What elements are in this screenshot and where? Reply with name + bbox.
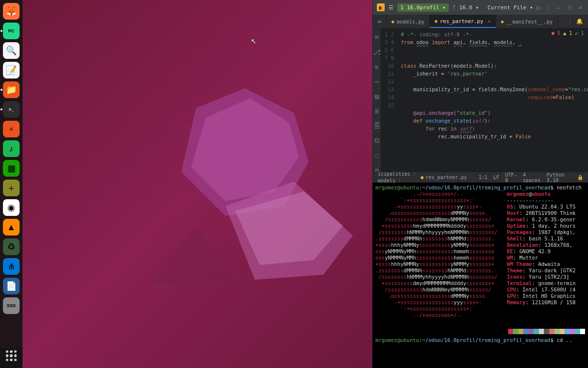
dock-vlc[interactable]: ▲ bbox=[3, 219, 20, 236]
maximize-button[interactable]: ▢ bbox=[566, 4, 573, 11]
project-selector[interactable]: 1 16.0profil ▾ bbox=[397, 3, 449, 12]
editor-tab[interactable]: ●res_partner.py× bbox=[430, 15, 496, 28]
run-button[interactable]: ▷ bbox=[537, 3, 541, 11]
indent-setting[interactable]: 4 spaces bbox=[523, 172, 541, 183]
ubuntu-dock: 🦊PC🔍📝📁>_A♪▦＋◉▲♻⋔📄SSD bbox=[0, 0, 23, 368]
dock-pycharm[interactable]: PC bbox=[3, 23, 20, 39]
pycharm-logo-icon: ◧ bbox=[377, 3, 385, 11]
close-button[interactable]: ✕ bbox=[577, 4, 584, 11]
caret-position[interactable]: 1:1 bbox=[479, 175, 488, 180]
dock-files[interactable]: 📁 bbox=[3, 81, 20, 98]
editor-tab[interactable]: ●models.py bbox=[387, 15, 430, 28]
app-grid-button[interactable] bbox=[3, 347, 20, 364]
project-tool-button[interactable]: ▭ bbox=[373, 15, 387, 28]
dock-software[interactable]: A bbox=[3, 121, 20, 137]
left-tool-strip: ⌘ ⎇ ⇅ ⋯ ▤ ≣ 🗄 ⧉ ◌ ⊘ bbox=[373, 28, 381, 172]
python-console-icon[interactable]: ◌ bbox=[375, 152, 379, 159]
pycharm-titlebar: ◧ ☰ 1 16.0profil ▾ ᚴ 16.0 ▾ Current File… bbox=[373, 0, 588, 15]
commit-tool-icon[interactable]: ⎇ bbox=[373, 48, 381, 56]
dock-terminal[interactable]: >_ bbox=[3, 101, 20, 118]
tab-label: __manifest__.py bbox=[506, 19, 553, 25]
color-palette bbox=[503, 329, 585, 334]
dock-vscode[interactable]: ⋔ bbox=[3, 258, 20, 275]
dock-spotify[interactable]: ♪ bbox=[3, 140, 20, 157]
dock-trash[interactable]: ♻ bbox=[3, 238, 20, 255]
dock-firefox[interactable]: 🦊 bbox=[3, 3, 20, 20]
bookmarks-icon[interactable]: ▤ bbox=[375, 92, 379, 100]
tab-label: res_partner.py bbox=[440, 18, 484, 24]
services-icon[interactable]: ≣ bbox=[375, 107, 379, 115]
run-config-selector[interactable]: Current File ▾ bbox=[488, 4, 533, 11]
gnome-terminal-window[interactable]: mrgomez@ubuntu:~/odoo/16.0profil/treming… bbox=[372, 183, 588, 368]
python-file-icon: ● bbox=[435, 19, 437, 24]
main-menu-button[interactable]: ☰ bbox=[389, 4, 393, 11]
more-tools-icon[interactable]: ⋯ bbox=[375, 78, 379, 85]
inspection-widget[interactable]: ● 5 ▲ 1 ✔ 1 ˇ bbox=[551, 30, 588, 36]
pull-requests-icon[interactable]: ⇅ bbox=[375, 63, 379, 71]
editor-tab[interactable]: ●__manifest__.py bbox=[496, 15, 558, 28]
dock-writer[interactable]: 📄 bbox=[3, 278, 20, 294]
dock-text-editor[interactable]: 📝 bbox=[3, 62, 20, 79]
debug-button[interactable]: ⁝ bbox=[545, 4, 551, 11]
interpreter[interactable]: Python 3.10 bbox=[547, 172, 571, 183]
code-editor[interactable]: ● 5 ▲ 1 ✔ 1 ˇ 1 2 3 4 5 6 7 8 10 11 12 1… bbox=[381, 28, 588, 172]
minimize-button[interactable]: ― bbox=[555, 4, 562, 11]
python-file-icon: ● bbox=[392, 19, 394, 24]
editor-gutter: 1 2 3 4 5 6 7 8 10 11 12 13 14 15 bbox=[381, 28, 397, 172]
readonly-lock-icon[interactable]: 🔒 bbox=[577, 175, 583, 180]
structure-tool-icon[interactable]: ⌘ bbox=[375, 33, 379, 41]
svg-marker-4 bbox=[147, 226, 235, 285]
dock-magnifier[interactable]: 🔍 bbox=[3, 42, 20, 59]
tab-actions-button[interactable]: ⁝ bbox=[569, 18, 571, 25]
dock-add[interactable]: ＋ bbox=[3, 180, 20, 196]
mouse-cursor: ↖ bbox=[251, 37, 257, 45]
pycharm-window: ◧ ☰ 1 16.0profil ▾ ᚴ 16.0 ▾ Current File… bbox=[372, 0, 588, 183]
dock-calc[interactable]: ▦ bbox=[3, 160, 20, 177]
close-tab-icon[interactable]: × bbox=[488, 18, 490, 24]
line-separator[interactable]: LF bbox=[493, 175, 499, 180]
wallpaper-jellyfish bbox=[147, 79, 353, 285]
python-file-icon: ● bbox=[501, 19, 504, 24]
dock-ssd[interactable]: SSD bbox=[3, 297, 20, 314]
notifications-button[interactable]: 🔔 bbox=[576, 18, 583, 25]
pycharm-statusbar: icipalities 〉 models 〉 ● res_partner.py … bbox=[373, 172, 588, 183]
terminal-tool-icon[interactable]: ⧉ bbox=[374, 136, 379, 145]
tab-label: models.py bbox=[396, 19, 424, 25]
file-encoding[interactable]: UTF-8 bbox=[505, 172, 517, 183]
database-tool-icon[interactable]: 🗄 bbox=[373, 122, 380, 130]
dock-chrome[interactable]: ◉ bbox=[3, 199, 20, 216]
vcs-branch[interactable]: ᚴ 16.0 ▾ bbox=[453, 4, 479, 11]
editor-tabs: ▭ ●models.py●res_partner.py×●__manifest_… bbox=[373, 15, 588, 28]
